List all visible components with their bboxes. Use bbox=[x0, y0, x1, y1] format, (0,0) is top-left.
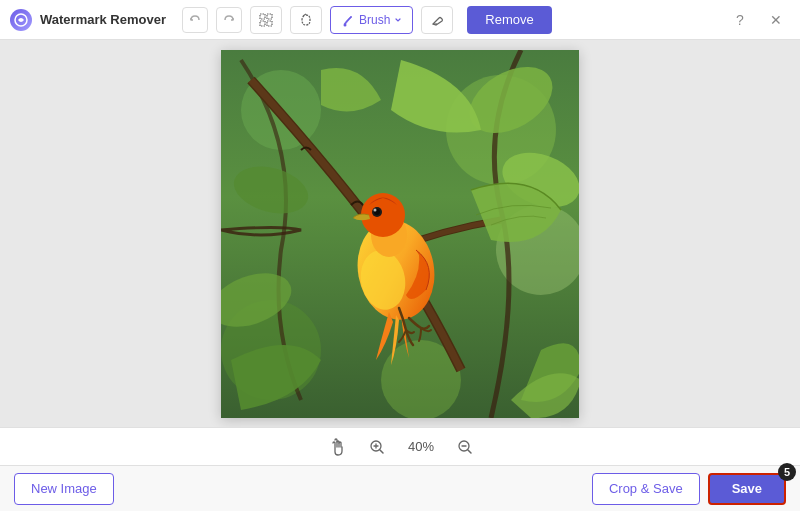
zoom-in-button[interactable] bbox=[365, 435, 389, 459]
bird-image bbox=[221, 50, 579, 418]
lasso-tool-button[interactable] bbox=[290, 6, 322, 34]
zoom-level: 40% bbox=[403, 439, 439, 454]
canvas-area[interactable] bbox=[0, 40, 800, 427]
image-container bbox=[221, 50, 579, 418]
crop-save-button[interactable]: Crop & Save bbox=[592, 473, 700, 505]
pan-tool-button[interactable] bbox=[323, 433, 351, 461]
save-button[interactable]: Save bbox=[708, 473, 786, 505]
brush-tool-button[interactable]: Brush bbox=[330, 6, 413, 34]
brush-label: Brush bbox=[359, 13, 390, 27]
redo-button[interactable] bbox=[216, 7, 242, 33]
new-image-button[interactable]: New Image bbox=[14, 473, 114, 505]
help-button[interactable]: ? bbox=[726, 6, 754, 34]
zoom-out-button[interactable] bbox=[453, 435, 477, 459]
svg-point-5 bbox=[343, 23, 346, 26]
app-logo bbox=[10, 9, 32, 31]
svg-rect-1 bbox=[260, 14, 265, 19]
selection-tool-button[interactable] bbox=[250, 6, 282, 34]
svg-rect-3 bbox=[260, 21, 265, 26]
bottom-toolbar: 40% bbox=[0, 427, 800, 465]
app-title: Watermark Remover bbox=[40, 12, 166, 27]
svg-rect-4 bbox=[267, 21, 272, 26]
close-button[interactable]: ✕ bbox=[762, 6, 790, 34]
svg-point-22 bbox=[374, 208, 377, 211]
save-badge: 5 bbox=[778, 463, 796, 481]
footer: New Image Crop & Save Save 5 bbox=[0, 465, 800, 511]
undo-button[interactable] bbox=[182, 7, 208, 33]
title-bar: Watermark Remover Brush bbox=[0, 0, 800, 40]
svg-rect-2 bbox=[267, 14, 272, 19]
erase-tool-button[interactable] bbox=[421, 6, 453, 34]
remove-button[interactable]: Remove bbox=[467, 6, 551, 34]
